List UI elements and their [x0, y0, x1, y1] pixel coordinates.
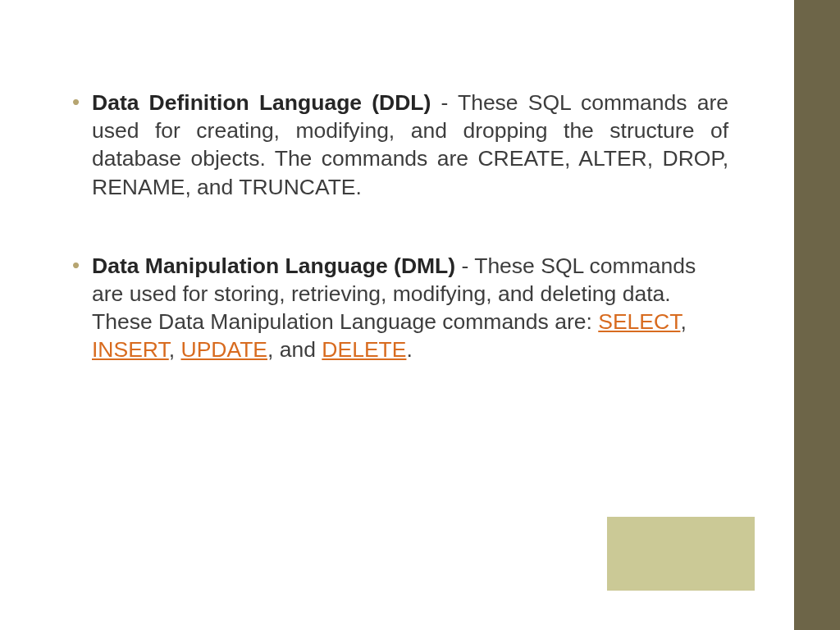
item-cmd-intro: These Data Manipulation Language command… — [92, 309, 598, 334]
slide-content: Data Definition Language (DDL) - These S… — [72, 89, 728, 414]
link-update[interactable]: UPDATE — [181, 337, 268, 362]
item-title: Data Definition Language (DDL) — [92, 90, 431, 115]
item-title: Data Manipulation Language (DML) — [92, 253, 455, 278]
bullet-list: Data Definition Language (DDL) - These S… — [72, 89, 728, 363]
decor-stripe-right — [794, 0, 840, 630]
separator: , and — [267, 337, 322, 362]
separator: . — [406, 337, 412, 362]
link-select[interactable]: SELECT — [598, 309, 680, 334]
link-insert[interactable]: INSERT — [92, 337, 169, 362]
separator: , — [169, 337, 181, 362]
link-delete[interactable]: DELETE — [322, 337, 406, 362]
decor-stripe-bottom — [607, 517, 755, 591]
separator: , — [680, 309, 686, 334]
list-item: Data Manipulation Language (DML) - These… — [72, 252, 728, 364]
list-item: Data Definition Language (DDL) - These S… — [72, 89, 728, 201]
